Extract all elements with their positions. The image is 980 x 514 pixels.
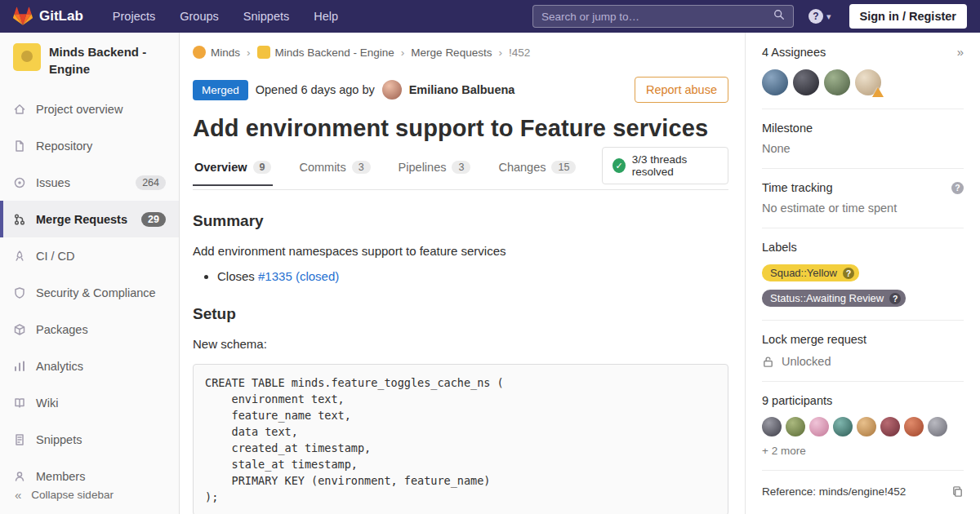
global-search[interactable] xyxy=(532,5,794,28)
closes-item: Closes #1335 (closed) xyxy=(217,269,728,283)
copy-icon[interactable] xyxy=(951,485,964,498)
sidebar-item-snippets[interactable]: Snippets xyxy=(0,421,179,458)
code-content: CREATE TABLE minds.feature_toggles_cache… xyxy=(205,374,716,505)
tab-pipelines[interactable]: Pipelines 3 xyxy=(397,150,473,186)
help-icon[interactable]: ? xyxy=(951,182,964,194)
sidebar-item-label: Analytics xyxy=(36,360,83,373)
tab-overview[interactable]: Overview 9 xyxy=(193,150,273,186)
sidebar-item-label: CI / CD xyxy=(36,250,75,263)
sidebar-item-analytics[interactable]: Analytics xyxy=(0,348,179,384)
collapse-sidebar-button[interactable]: « Collapse sidebar xyxy=(0,475,179,514)
lock-label: Lock merge request xyxy=(762,333,964,346)
gitlab-logo-icon xyxy=(13,7,33,26)
labels-section: Labels Squad::Yellow ? Status::Awaiting … xyxy=(762,228,964,321)
help-icon: ? xyxy=(808,9,823,24)
author-name[interactable]: Emiliano Balbuena xyxy=(409,83,515,96)
setup-heading: Setup xyxy=(193,305,728,323)
time-tracking-value: No estimate or time spent xyxy=(762,202,964,215)
participant-avatar[interactable] xyxy=(833,417,853,436)
sidebar-item-security-compliance[interactable]: Security & Compliance xyxy=(0,274,179,311)
tab-label: Pipelines xyxy=(399,161,447,174)
rocket-icon xyxy=(13,250,26,263)
help-dropdown[interactable]: ? ▾ xyxy=(808,9,831,24)
assignee-avatar[interactable] xyxy=(824,69,850,95)
sidebar-item-label: Security & Compliance xyxy=(36,286,156,299)
participants-more-link[interactable]: + 2 more xyxy=(762,445,964,457)
breadcrumb-item-merge-requests[interactable]: Merge Requests xyxy=(411,47,492,59)
report-abuse-button[interactable]: Report abuse xyxy=(635,77,728,103)
merge-requests-count-badge: 29 xyxy=(141,212,166,227)
chevron-down-icon: ▾ xyxy=(826,11,831,22)
sidebar-item-repository[interactable]: Repository xyxy=(0,127,179,164)
label-pill-squad-yellow[interactable]: Squad::Yellow ? xyxy=(762,264,859,281)
code-block: CREATE TABLE minds.feature_toggles_cache… xyxy=(193,364,728,514)
signin-register-button[interactable]: Sign in / Register xyxy=(849,4,967,29)
sidebar-item-project-overview[interactable]: Project overview xyxy=(0,91,179,127)
collapse-right-sidebar-icon[interactable]: » xyxy=(957,45,964,59)
participant-avatar[interactable] xyxy=(857,417,876,436)
closes-label: Closes xyxy=(217,269,255,283)
book-icon xyxy=(13,397,26,410)
participants-section: 9 participants + 2 more xyxy=(762,382,964,471)
collapse-sidebar-label: Collapse sidebar xyxy=(31,489,114,501)
sidebar-item-merge-requests[interactable]: Merge Requests 29 xyxy=(0,201,179,237)
sidebar-item-label: Project overview xyxy=(36,103,122,116)
tab-changes[interactable]: Changes 15 xyxy=(497,150,577,186)
search-input[interactable] xyxy=(541,11,773,23)
brand-label: GitLab xyxy=(39,8,83,24)
breadcrumb-separator-icon: › xyxy=(247,47,251,59)
participant-avatar[interactable] xyxy=(928,417,947,436)
participant-avatar[interactable] xyxy=(786,417,805,436)
tab-label: Overview xyxy=(194,161,247,174)
merge-request-icon xyxy=(13,213,26,226)
closes-list: Closes #1335 (closed) xyxy=(193,269,728,283)
tab-commits[interactable]: Commits 3 xyxy=(297,150,372,186)
summary-heading: Summary xyxy=(193,212,728,230)
gitlab-brand[interactable]: GitLab xyxy=(13,7,83,26)
participant-avatar[interactable] xyxy=(880,417,900,436)
summary-text: Add environment namespaces support to fe… xyxy=(193,244,728,258)
issue-link[interactable]: #1335 (closed) xyxy=(258,269,339,283)
home-icon xyxy=(13,103,26,116)
milestone-section: Milestone None xyxy=(762,109,964,169)
nav-item-projects[interactable]: Projects xyxy=(113,10,155,23)
nav-item-snippets[interactable]: Snippets xyxy=(243,10,289,23)
shield-icon xyxy=(13,286,26,299)
tab-count-badge: 15 xyxy=(551,161,576,174)
participant-avatar[interactable] xyxy=(762,417,782,436)
unlock-icon xyxy=(762,356,774,368)
sidebar-item-label: Packages xyxy=(36,323,88,336)
label-pills: Squad::Yellow ? Status::Awaiting Review … xyxy=(762,264,964,307)
tab-label: Commits xyxy=(299,161,345,174)
navbar-menu: Projects Groups Snippets Help xyxy=(113,10,338,23)
author-avatar[interactable] xyxy=(382,80,402,100)
participant-avatar[interactable] xyxy=(809,417,829,436)
breadcrumb-item-project[interactable]: Minds Backend - Engine xyxy=(257,46,394,59)
scoped-label-help-icon: ? xyxy=(889,293,901,304)
sidebar-item-issues[interactable]: Issues 264 xyxy=(0,164,179,201)
sidebar-item-wiki[interactable]: Wiki xyxy=(0,384,179,421)
assignee-avatar[interactable] xyxy=(793,69,819,95)
sidebar-item-label: Snippets xyxy=(36,433,82,446)
sidebar-item-packages[interactable]: Packages xyxy=(0,311,179,348)
label-pill-status-awaiting-review[interactable]: Status::Awaiting Review ? xyxy=(762,290,906,307)
chart-icon xyxy=(13,360,26,373)
assignees-label: 4 Assignees xyxy=(762,46,826,59)
project-header[interactable]: Minds Backend - Engine xyxy=(0,33,179,86)
assignee-avatar[interactable] xyxy=(855,69,881,95)
breadcrumb-item-minds[interactable]: Minds xyxy=(193,46,240,59)
nav-item-groups[interactable]: Groups xyxy=(180,10,219,23)
sidebar-item-label: Merge Requests xyxy=(36,213,127,226)
tab-count-badge: 3 xyxy=(352,161,371,174)
labels-label: Labels xyxy=(762,241,964,254)
nav-item-help[interactable]: Help xyxy=(314,10,338,23)
assignee-avatar[interactable] xyxy=(762,69,788,95)
participant-avatars xyxy=(762,417,964,436)
assignees-section: 4 Assignees » xyxy=(762,33,964,109)
mr-right-sidebar: 4 Assignees » Milestone None Time tracki… xyxy=(745,33,980,514)
sidebar-item-ci-cd[interactable]: CI / CD xyxy=(0,237,179,274)
threads-resolved-button[interactable]: ✓ 3/3 threads resolved xyxy=(602,147,728,184)
participant-avatar[interactable] xyxy=(904,417,924,436)
breadcrumb-item-current: !452 xyxy=(509,47,530,59)
mr-status-badge: Merged xyxy=(193,80,248,100)
